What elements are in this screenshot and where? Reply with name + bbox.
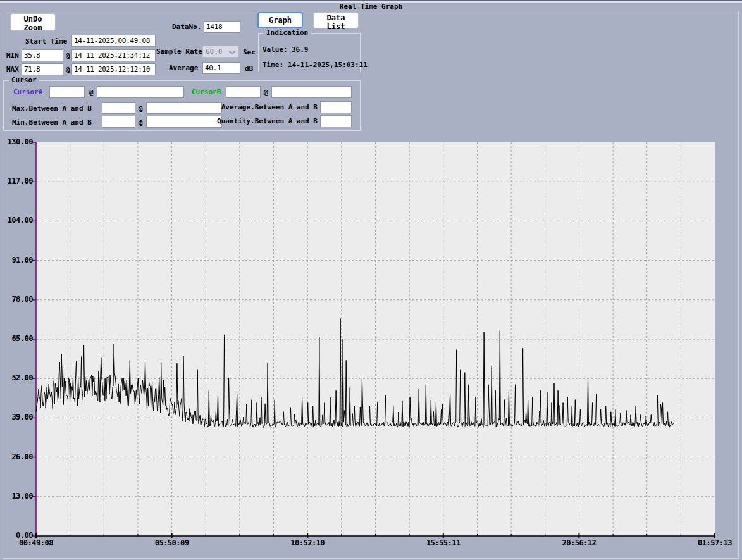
min-label: MIN <box>6 51 19 60</box>
chart-plot-area[interactable] <box>36 142 715 536</box>
chevron-down-icon <box>228 47 235 54</box>
qty-ab-label: Quantity.Between A and B <box>217 117 318 126</box>
cursor-a-time-field[interactable] <box>97 86 184 98</box>
avg-ab-label: Average.Between A and B <box>221 103 318 112</box>
max-ab-at-symbol: @ <box>139 104 143 113</box>
y-tick-label: 91.00 <box>0 256 33 264</box>
undo-zoom-button[interactable]: UnDo Zoom <box>10 13 56 31</box>
min-ab-label: Min.Between A and B <box>12 118 92 127</box>
y-tick-label: 65.00 <box>0 334 33 343</box>
data-no-field[interactable] <box>204 21 240 33</box>
min-ab-at-symbol: @ <box>139 118 143 127</box>
x-tick-label: 00:49:08 <box>11 538 61 547</box>
start-time-field[interactable] <box>71 35 156 47</box>
indication-time-label: Time: <box>263 61 283 70</box>
graph-tab-button[interactable]: Graph <box>257 12 303 28</box>
data-no-label: DataNo. <box>172 23 201 32</box>
cursor-b-value-field[interactable] <box>226 86 261 98</box>
average-label: Average <box>169 64 198 73</box>
avg-ab-value-field[interactable] <box>320 101 352 113</box>
cursor-a-value-field[interactable] <box>49 86 85 98</box>
y-tick-label: 117.00 <box>0 177 33 185</box>
x-tick-label: 05:50:09 <box>147 538 197 547</box>
indication-title: Indication <box>264 28 311 37</box>
y-tick-label: 104.00 <box>0 216 33 225</box>
average-field[interactable] <box>202 62 240 74</box>
sample-rate-label: Sample Rate <box>156 47 202 56</box>
app-window: Real Time Graph UnDo Zoom DataNo. Graph … <box>0 0 742 560</box>
max-label: MAX <box>6 65 19 74</box>
sample-rate-unit: Sec <box>243 48 256 57</box>
max-ab-time-field[interactable] <box>146 102 222 114</box>
indication-time: 14-11-2025,15:03:11 <box>288 61 368 70</box>
y-tick-label: 52.00 <box>0 373 33 382</box>
y-tick-label: 39.00 <box>0 413 33 421</box>
cursor-groupbox: Cursor CursorA @ CursorB @ Max.Between A… <box>3 80 361 131</box>
min-time-field[interactable] <box>71 49 156 61</box>
cursor-b-at-symbol: @ <box>264 88 268 97</box>
min-at-symbol: @ <box>66 51 70 60</box>
sample-rate-dropdown[interactable]: 60.0 <box>202 46 239 58</box>
indication-value: 36.9 <box>292 46 309 54</box>
window-title: Real Time Graph <box>0 3 742 11</box>
min-ab-value-field[interactable] <box>102 116 135 128</box>
cursor-a-label: CursorA <box>13 88 42 97</box>
qty-ab-value-field[interactable] <box>320 115 352 127</box>
y-tick-label: 13.00 <box>0 492 33 501</box>
y-tick-label: 78.00 <box>0 295 33 304</box>
indication-value-label: Value: <box>263 46 288 54</box>
data-list-tab-button[interactable]: Data List <box>313 12 359 28</box>
max-value-field[interactable] <box>22 63 63 75</box>
start-time-label: Start Time <box>25 37 67 46</box>
cursor-b-label: CursorB <box>192 88 221 97</box>
x-tick-label: 01:57:13 <box>689 538 740 547</box>
max-at-symbol: @ <box>66 65 70 74</box>
x-tick-label: 15:55:11 <box>418 538 469 547</box>
min-ab-time-field[interactable] <box>146 116 222 128</box>
max-time-field[interactable] <box>71 63 156 75</box>
y-tick-label: 26.00 <box>0 452 33 461</box>
cursor-a-at-symbol: @ <box>89 88 94 97</box>
sample-rate-value: 60.0 <box>206 47 223 56</box>
cursor-title: Cursor <box>9 76 39 85</box>
min-value-field[interactable] <box>22 49 63 61</box>
indication-groupbox: Indication Value: 36.9 Time: 14-11-2025,… <box>258 33 361 72</box>
cursor-b-time-field[interactable] <box>271 86 352 98</box>
max-ab-label: Max.Between A and B <box>12 104 92 113</box>
average-unit: dB <box>245 65 253 73</box>
y-tick-label: 130.00 <box>0 137 33 146</box>
x-tick-label: 10:52:10 <box>282 538 333 547</box>
x-tick-label: 20:56:12 <box>553 538 604 547</box>
max-ab-value-field[interactable] <box>102 102 135 114</box>
